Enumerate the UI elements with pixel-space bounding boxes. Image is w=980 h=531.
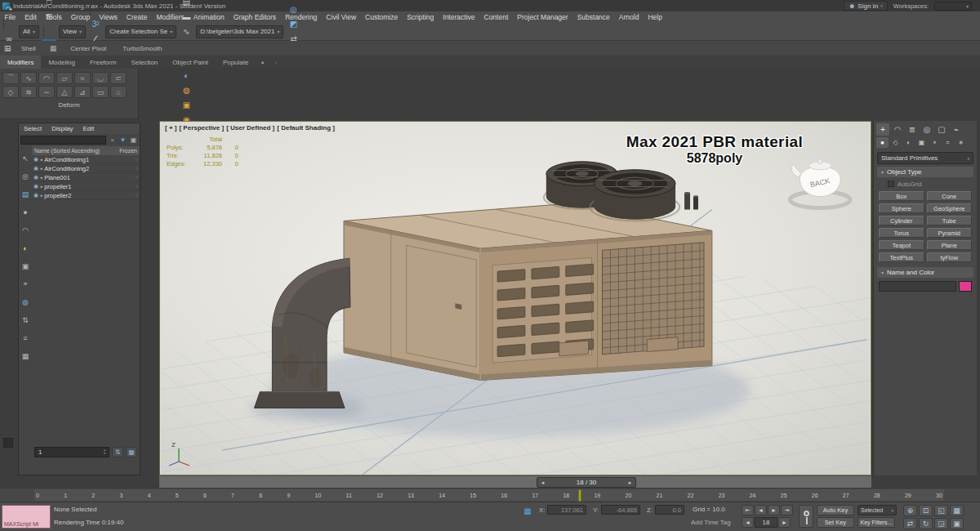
autogrid-checkbox[interactable] xyxy=(888,181,894,187)
skew-modifier-icon[interactable]: ▱ xyxy=(56,72,73,84)
ruler-tick[interactable]: 23 xyxy=(719,493,725,498)
ruler-tick[interactable]: 5 xyxy=(176,493,179,498)
twist-modifier-icon[interactable]: ∿ xyxy=(20,72,37,84)
play-button[interactable]: ► xyxy=(768,505,780,515)
ribbon-toggle-icon[interactable]: ▬ xyxy=(179,10,194,25)
separator[interactable] xyxy=(42,25,46,39)
rendered-frame-icon[interactable]: ▣ xyxy=(179,98,194,113)
separator[interactable] xyxy=(88,2,92,17)
menu-item[interactable]: Animation xyxy=(189,13,229,21)
ruler-tick[interactable]: 11 xyxy=(346,493,352,498)
ribbon-tab[interactable]: Object Paint xyxy=(165,56,216,69)
set-keys-button[interactable] xyxy=(799,505,813,528)
visibility-eye-icon[interactable]: ◉ xyxy=(33,192,38,199)
next-key-button[interactable]: ► xyxy=(778,517,791,528)
explorer-find-icon[interactable]: ◎ xyxy=(20,171,31,181)
menu-item[interactable]: Project Manager xyxy=(513,13,572,21)
ruler-tick[interactable]: 8 xyxy=(259,493,262,498)
object-type-button[interactable]: Cylinder xyxy=(879,216,924,225)
scene-object-row[interactable]: ◉ ● propeller1 ○ xyxy=(32,182,140,191)
visibility-eye-icon[interactable]: ◉ xyxy=(33,183,38,190)
auto-key-button[interactable]: Auto Key xyxy=(817,505,854,515)
ruler-tick[interactable]: 17 xyxy=(532,493,538,498)
menu-item[interactable]: Interactive xyxy=(439,13,479,21)
tab-display-icon[interactable]: ▢ xyxy=(935,123,948,136)
dock-handle-icon[interactable]: ⊟ xyxy=(2,42,14,53)
explorer-menu-item[interactable]: Select xyxy=(19,125,47,132)
sign-in-button[interactable]: ☻ Sign In ▾ xyxy=(844,1,888,11)
lock-explorer-icon[interactable]: ▣ xyxy=(129,136,138,145)
menu-item[interactable]: Scripting xyxy=(403,13,439,21)
ruler-tick[interactable]: 24 xyxy=(750,493,756,498)
frozen-toggle-icon[interactable]: ○ xyxy=(135,193,138,198)
explorer-menu-item[interactable]: Display xyxy=(47,125,78,132)
ribbon-tab[interactable]: Modifiers xyxy=(0,56,41,69)
ribbon-tab[interactable]: Freeform xyxy=(82,56,123,69)
explorer-count-spinner[interactable]: 1 ▴▾ xyxy=(34,447,109,457)
menu-item[interactable]: Edit xyxy=(20,13,42,21)
previous-key-button[interactable]: ◄ xyxy=(742,517,754,528)
scene-object-row[interactable]: ◉ ● propeller2 ○ xyxy=(32,191,140,200)
go-to-end-button[interactable]: ⇥ xyxy=(781,505,793,515)
ruler-tick[interactable]: 19 xyxy=(594,493,600,498)
separator[interactable] xyxy=(2,17,6,32)
minimized-panel-slot[interactable] xyxy=(3,438,13,448)
key-filters-button[interactable]: Key Filters... xyxy=(858,517,895,528)
ruler-tick[interactable]: 15 xyxy=(470,493,476,498)
maximize-viewport-icon[interactable]: ▣ xyxy=(950,518,964,529)
menu-item[interactable]: Civil View xyxy=(322,13,361,21)
field-of-view-icon[interactable]: ◲ xyxy=(934,518,948,529)
object-type-button[interactable]: TextPlus xyxy=(879,252,924,262)
display-filter-icon[interactable]: ◩ xyxy=(286,17,301,32)
explorer-sort-icon[interactable]: ⇅ xyxy=(20,315,31,325)
object-type-button[interactable]: Tube xyxy=(927,216,973,225)
grid-array-button[interactable]: ▦ xyxy=(47,43,60,53)
current-frame-marker[interactable] xyxy=(578,489,581,502)
viewport-menu-general[interactable]: [ + ] xyxy=(165,124,176,132)
visibility-eye-icon[interactable]: ◉ xyxy=(33,174,38,181)
lattice-modifier-icon[interactable]: ▭ xyxy=(92,86,109,98)
named-selection-set-dropdown[interactable]: Create Selection Se▾ xyxy=(105,25,176,38)
explorer-search-input[interactable] xyxy=(20,136,106,145)
object-type-button[interactable]: Plane xyxy=(927,240,973,250)
pan-icon[interactable]: ⇄ xyxy=(903,518,917,529)
noise-modifier-icon[interactable]: △ xyxy=(56,86,73,98)
visibility-eye-icon[interactable]: ◉ xyxy=(33,156,38,163)
bend-modifier-icon[interactable]: ⌒ xyxy=(2,72,19,84)
stretch-modifier-icon[interactable]: ≈ xyxy=(74,72,91,84)
center-pivot-button[interactable]: Center Pivot xyxy=(65,44,111,53)
object-color-swatch[interactable] xyxy=(959,281,972,292)
selection-filter-dropdown[interactable]: All▾ xyxy=(19,25,39,38)
material-editor-icon[interactable]: ◐ xyxy=(179,69,194,83)
go-to-start-button[interactable]: ⇤ xyxy=(742,505,754,515)
sort-toggle-icon[interactable]: ⇅ xyxy=(112,447,123,457)
object-type-button[interactable]: Torus xyxy=(879,228,924,238)
tab-create-icon[interactable]: + xyxy=(876,123,889,136)
object-type-button[interactable]: tyFlow xyxy=(927,252,973,262)
ruler-tick[interactable]: 9 xyxy=(287,493,290,498)
rectangular-selection-icon[interactable]: □ xyxy=(42,0,56,10)
subtab-lights-icon[interactable]: ◐ xyxy=(902,137,915,148)
viewport-canvas[interactable]: BACK xyxy=(160,122,871,475)
perspective-viewport[interactable]: BACK [ + ] [ Perspective ] [ User Define… xyxy=(159,121,871,475)
add-time-tag-button[interactable]: Add Time Tag xyxy=(691,519,731,526)
column-header-frozen[interactable]: Frozen xyxy=(119,148,137,154)
menu-item[interactable]: Customize xyxy=(361,13,403,21)
set-key-button[interactable]: Set Key xyxy=(817,517,854,528)
ruler-tick[interactable]: 6 xyxy=(203,493,207,498)
frozen-toggle-icon[interactable]: ○ xyxy=(135,157,138,162)
column-header-name[interactable]: Name (Sorted Ascending) xyxy=(34,148,119,154)
transform-type-in-toggle-icon[interactable]: ▦ xyxy=(521,505,534,516)
ruler-tick[interactable]: 27 xyxy=(843,493,849,498)
ruler-tick[interactable]: 1 xyxy=(64,493,67,498)
tab-motion-icon[interactable]: ◎ xyxy=(920,123,933,136)
time-slider-track[interactable]: ◄ 18 / 30 ► xyxy=(159,475,871,488)
viewport-menu-shading[interactable]: [ Default Shading ] xyxy=(277,124,335,132)
ruler-tick[interactable]: 22 xyxy=(688,493,694,498)
mirror-modifier-icon[interactable]: ⌂ xyxy=(110,86,127,98)
ruler-tick[interactable]: 4 xyxy=(148,493,151,498)
squeeze-modifier-icon[interactable]: ◡ xyxy=(92,72,109,84)
track-bar[interactable]: 0123456789101112131415161718192021222324… xyxy=(0,488,980,502)
subtab-spacewarps-icon[interactable]: ≈ xyxy=(942,137,954,148)
workspaces-dropdown[interactable]: ▾ xyxy=(934,2,972,11)
